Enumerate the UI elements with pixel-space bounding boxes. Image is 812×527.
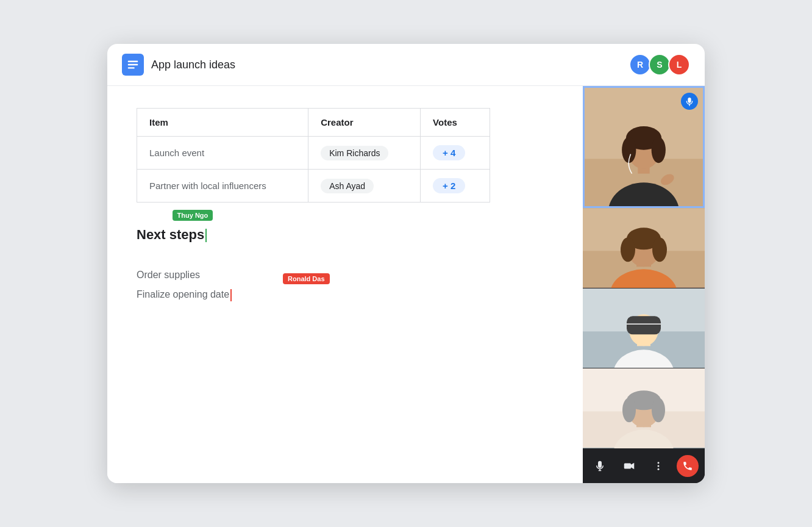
ronald-cursor-bar — [230, 289, 232, 301]
col-header-creator: Creator — [308, 109, 421, 137]
creator-chip-1: Kim Richards — [321, 146, 388, 160]
next-steps-heading: Next steps — [137, 227, 207, 243]
svg-rect-1 — [128, 64, 138, 65]
active-speaker-icon — [681, 93, 698, 110]
table-row: Partner with local influencers Ash Ayad … — [137, 170, 490, 203]
video-thumb-2 — [583, 289, 705, 369]
video-thumb-1 — [583, 208, 705, 289]
avatar-l: L — [668, 54, 690, 76]
table-cell-creator-1: Kim Richards — [308, 137, 421, 170]
doc-panel: Item Creator Votes Launch event Kim Rich… — [107, 86, 583, 483]
col-header-item: Item — [137, 109, 308, 137]
col-header-votes: Votes — [421, 109, 490, 137]
end-call-button[interactable] — [677, 455, 699, 477]
svg-rect-0 — [128, 61, 138, 62]
svg-point-41 — [658, 465, 660, 467]
vote-chip-1[interactable]: + 4 — [433, 145, 465, 160]
next-steps-section: Next steps Thuy Ngo Order supplies Final… — [137, 227, 554, 301]
table-cell-item-1: Launch event — [137, 137, 308, 170]
camera-button[interactable] — [618, 455, 640, 477]
svg-rect-38 — [624, 464, 631, 469]
avatar-group: R S L — [629, 54, 690, 76]
app-window: App launch ideas R S L Item Creator Vote… — [107, 44, 705, 483]
avatar-r: R — [629, 54, 651, 76]
avatar-s: S — [649, 54, 671, 76]
ideas-table: Item Creator Votes Launch event Kim Rich… — [137, 108, 490, 203]
video-main — [583, 86, 705, 208]
svg-point-40 — [658, 462, 660, 464]
doc-title: App launch ideas — [151, 59, 235, 71]
svg-marker-39 — [631, 463, 634, 470]
doc-icon — [122, 54, 144, 76]
vote-chip-2[interactable]: + 2 — [433, 178, 465, 193]
table-cell-creator-2: Ash Ayad — [308, 170, 421, 203]
content-area: Item Creator Votes Launch event Kim Rich… — [107, 86, 705, 483]
top-bar-left: App launch ideas — [122, 54, 235, 76]
thuy-cursor-bar — [205, 229, 207, 242]
table-cell-item-2: Partner with local influencers — [137, 170, 308, 203]
table-cell-votes-1: + 4 — [421, 137, 490, 170]
mute-button[interactable] — [589, 455, 611, 477]
video-thumb-3 — [583, 368, 705, 449]
thuy-cursor-label: Thuy Ngo — [173, 210, 213, 221]
svg-point-10 — [652, 137, 666, 163]
more-options-button[interactable] — [647, 455, 669, 477]
svg-point-42 — [658, 468, 660, 470]
list-item-2: Finalize opening date Ronald Das — [137, 289, 554, 301]
table-cell-votes-2: + 2 — [421, 170, 490, 203]
svg-point-35 — [652, 398, 665, 423]
svg-point-20 — [652, 237, 667, 262]
video-panel — [583, 86, 705, 483]
creator-chip-2: Ash Ayad — [321, 179, 374, 193]
ronald-cursor-label: Ronald Das — [283, 273, 330, 284]
list-item-1: Order supplies — [137, 270, 554, 281]
svg-rect-26 — [627, 316, 661, 334]
top-bar: App launch ideas R S L — [107, 44, 705, 86]
svg-rect-2 — [128, 67, 135, 68]
svg-point-34 — [622, 398, 636, 423]
table-row: Launch event Kim Richards + 4 — [137, 137, 490, 170]
video-controls — [583, 449, 705, 483]
svg-point-19 — [621, 237, 635, 262]
video-thumbs — [583, 208, 705, 449]
